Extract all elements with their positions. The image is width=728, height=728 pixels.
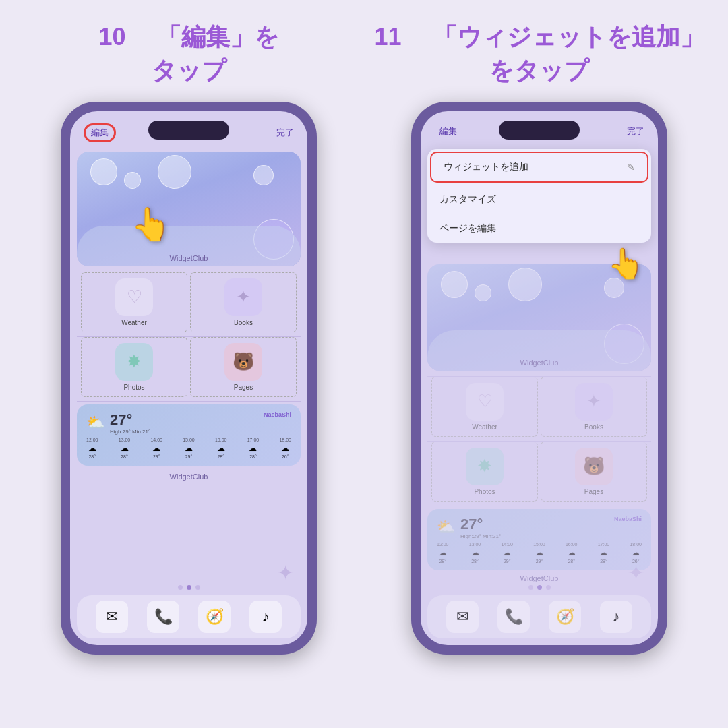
phone-1-weather-location: NaebaShi [264,411,291,418]
phone-1-dock: ✉ 📞 🧭 ♪ [77,595,301,638]
phone-2-dock-phone[interactable]: 📞 [497,601,530,633]
phone-1-cursor: 👆 [131,206,171,243]
phone-2-weather-location: NaebaShi [614,516,642,522]
phone-2-widgetclub-label: WidgetClub [421,574,658,582]
phone-1-app-photos[interactable]: ✸ Photos [81,337,187,397]
phone-2-dock: ✉ 📞 🧭 ♪ [427,595,651,638]
phone-1-books-label: Books [234,319,253,326]
phone-1: 編集 完了 👆 WidgetClub [61,102,317,655]
phone-1-weather-temp: 27° [110,411,150,429]
phone-1-app-books[interactable]: ✦ Books [190,272,297,332]
phone-2-menu-edit-page-label: ページを編集 [439,222,496,235]
phone-1-pages-icon: 🐻 [224,343,262,381]
phone-1-dock-music[interactable]: ♪ [249,601,282,633]
phone-1-page-indicator [77,585,301,590]
phone-1-weather-icon: ♡ [115,278,153,316]
phone-1-widgetclub-label: WidgetClub [70,473,307,481]
phone-2-photos-label: Photos [474,488,495,495]
phone-1-deco-star: ✦ [277,561,294,584]
phone-1-weather-widget: ⛅ 27° High:29° Min:21° NaebaShi 12:00☁28… [77,404,301,466]
phone-1-hero-label: WidgetClub [170,254,208,262]
phone-1-pages-label: Pages [234,384,253,391]
phone-2-weather-temp: 27° [460,516,501,533]
phone-2-weather-label: Weather [472,423,497,431]
step-11-title: 11 「ウィジェットを追加」をタップ [364,20,715,88]
phone-2-books-label: Books [584,423,603,431]
phone-2-page-indicator [427,585,651,590]
page-container: 10 「編集」をタップ 11 「ウィジェットを追加」をタップ 編集 完了 [0,0,728,728]
phone-2-deco-star: ✦ [628,561,644,584]
phone-2-menu-add-widget[interactable]: ウィジェットを追加 ✎ [430,152,648,183]
step-10-title: 10 「編集」をタップ [13,20,364,88]
phone-2-menu-customize-label: カスタマイズ [439,193,496,206]
instruction-block-10: 10 「編集」をタップ [13,20,364,88]
phone-1-done-btn[interactable]: 完了 [276,127,294,139]
phone-1-edit-btn[interactable]: 編集 [84,123,116,142]
phone-2-screen: 編集 完了 ウィジェットを追加 ✎ カスタマイズ ページを編集 [421,111,658,645]
phone-1-app-pages[interactable]: 🐻 Pages [190,337,297,397]
phone-2-edit-btn[interactable]: 編集 [434,124,462,139]
step-11-number: 11 [374,23,401,51]
phone-2-blurred-content: ♡ Weather ✦ Books ✸ Photos [421,376,658,585]
phone-1-dock-mail[interactable]: ✉ [96,601,128,633]
phone-1-screen: 編集 完了 👆 WidgetClub [70,111,307,645]
phone-1-dock-area: ✉ 📞 🧭 ♪ [70,585,307,645]
phone-1-dock-phone[interactable]: 📞 [147,601,179,633]
phone-2-dot-2 [537,585,542,590]
phone-2-menu-add-widget-label: ウィジェットを追加 [444,161,528,173]
phone-2-cursor: 👆 [607,246,644,281]
phone-1-dot-1 [178,585,183,590]
phone-1-photos-label: Photos [123,384,144,391]
phone-2-dot-3 [546,585,551,590]
phone-2-dock-area: ✉ 📞 🧭 ♪ [421,585,658,645]
phone-2-dock-mail[interactable]: ✉ [446,601,479,633]
phone-1-notch [148,121,229,140]
phone-1-dot-3 [195,585,200,590]
phone-2-hero-label: WidgetClub [520,359,559,367]
phone-1-books-icon: ✦ [224,278,262,316]
phone-1-weather-cloud-icon: ⛅ [86,414,104,431]
phone-2-dock-safari[interactable]: 🧭 [549,601,581,633]
phone-1-app-weather[interactable]: ♡ Weather [81,272,187,332]
phone-2-done-btn[interactable]: 完了 [627,125,644,138]
phone-2-dock-music[interactable]: ♪ [600,601,632,633]
phone-1-photos-icon: ✸ [115,343,153,381]
phone-1-weather-label: Weather [121,319,147,326]
phone-2-pages-label: Pages [584,488,603,495]
phone-1-dock-safari[interactable]: 🧭 [198,601,231,633]
phone-2-menu-edit-page[interactable]: ページを編集 [427,214,651,243]
phone-2-menu-customize[interactable]: カスタマイズ [427,185,651,214]
phone-1-weather-forecast: 12:00☁28° 13:00☁28° 14:00☁29° 15:00☁29° … [86,437,291,459]
phone-1-sep-3 [77,401,301,402]
phone-2-dot-1 [528,585,533,590]
phone-1-hero: WidgetClub [77,152,301,266]
phone-1-dot-2 [187,585,191,590]
phone-2-notch [499,121,580,140]
phone-1-weather-detail: High:29° Min:21° [110,429,150,435]
phone-2: 編集 完了 ウィジェットを追加 ✎ カスタマイズ ページを編集 [411,102,667,655]
phone-1-app-grid-2: ✸ Photos 🐻 Pages [70,337,307,397]
instructions-row: 10 「編集」をタップ 11 「ウィジェットを追加」をタップ [13,20,715,88]
phones-row: 編集 完了 👆 WidgetClub [13,102,715,715]
phone-1-app-grid: ♡ Weather ✦ Books [70,272,307,332]
phone-2-menu-edit-icon: ✎ [627,162,635,173]
phone-2-context-menu: ウィジェットを追加 ✎ カスタマイズ ページを編集 [427,149,651,243]
phone-2-weather-detail: High:29° Min:21° [460,533,501,539]
step-10-number: 10 [98,23,125,51]
instruction-block-11: 11 「ウィジェットを追加」をタップ [364,20,715,88]
